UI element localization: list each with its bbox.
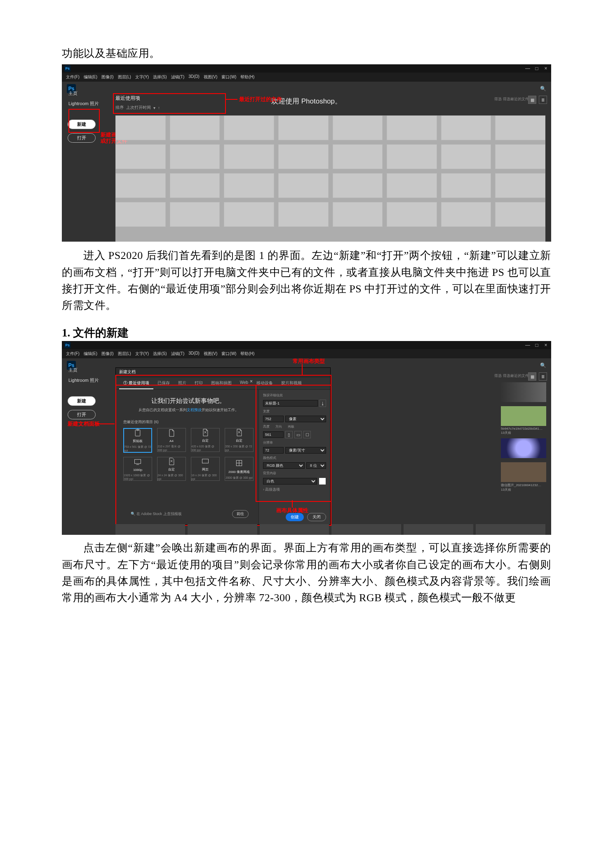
list-item[interactable] [387, 144, 437, 169]
menu-edit[interactable]: 编辑(E) [84, 74, 97, 80]
list-item[interactable]: 5b947c7e19d733d28d341… 13天前 [501, 406, 546, 435]
menu-image[interactable]: 图像(I) [101, 351, 113, 357]
tab-art[interactable]: 图稿和插图 [207, 378, 236, 389]
window-controls[interactable]: — □ × [525, 342, 549, 348]
menu-file[interactable]: 文件(F) [66, 74, 80, 80]
list-item[interactable] [495, 144, 545, 169]
doc-name-input[interactable] [263, 400, 318, 407]
list-item[interactable] [278, 202, 329, 227]
menu-layer[interactable]: 图层(L) [118, 351, 131, 357]
list-item[interactable] [115, 202, 166, 227]
view-grid-icon[interactable]: ▦ [528, 96, 536, 104]
advanced-options-toggle[interactable]: › 高级选项 [263, 487, 326, 492]
list-item[interactable] [495, 115, 545, 140]
menu-filter[interactable]: 滤镜(T) [171, 351, 185, 357]
close-button[interactable]: 关闭 [307, 513, 326, 521]
menu-select[interactable]: 选择(S) [153, 351, 167, 357]
preset-item[interactable]: 自定350 x 350 像素 @ 72 ppi [225, 428, 254, 452]
preset-item[interactable]: A4210 x 297 毫米 @ 300 ppi [157, 428, 186, 452]
stock-search[interactable]: 🔍 在 Adobe Stock 上查找模板 [131, 511, 182, 517]
open-button[interactable]: 打开 [68, 410, 96, 419]
menu-select[interactable]: 选择(S) [153, 74, 167, 80]
view-grid-icon[interactable]: ▦ [528, 372, 536, 381]
doc-preset-link[interactable]: 文档预设 [187, 408, 202, 412]
recent-thumbnails[interactable] [115, 115, 545, 242]
maximize-icon[interactable]: □ [534, 342, 540, 348]
bg-select[interactable]: 白色 [263, 478, 317, 485]
list-item[interactable] [278, 173, 329, 198]
dialog-tabs[interactable]: ① 最近使用项 已保存 照片 打印 图稿和插图 Web 移动设备 胶片和视频 [116, 378, 330, 390]
new-button[interactable]: 新建 [68, 396, 96, 406]
search-icon[interactable] [540, 86, 546, 92]
menubar[interactable]: 文件(F) 编辑(E) 图像(I) 图层(L) 文字(Y) 选择(S) 滤镜(T… [62, 349, 551, 358]
menu-window[interactable]: 窗口(W) [221, 74, 236, 80]
chevron-down-icon[interactable]: ▾ [153, 106, 155, 110]
width-input[interactable] [263, 416, 284, 422]
preset-item[interactable]: 1080p1920 x 1080 像素 @ 300 ppi [123, 457, 152, 481]
view-list-icon[interactable]: ≣ [539, 372, 547, 381]
recent-sort[interactable]: 排序 上次打开时间 ▾ ↑ [115, 105, 160, 111]
resolution-unit-select[interactable]: 像素/英寸 [285, 447, 326, 454]
sort-dir-icon[interactable]: ↑ [158, 106, 160, 110]
menu-window[interactable]: 窗口(W) [221, 351, 236, 357]
list-item[interactable] [441, 144, 491, 169]
menu-view[interactable]: 视图(V) [204, 351, 217, 357]
minimize-icon[interactable]: — [525, 342, 531, 348]
preset-item[interactable]: 自定420 x 620 像素 @ 300 ppi [191, 428, 220, 452]
list-item[interactable] [278, 144, 329, 169]
bg-color-swatch[interactable] [319, 478, 326, 485]
window-controls[interactable]: — □ × [525, 66, 549, 71]
list-item[interactable] [224, 173, 274, 198]
sort-value[interactable]: 上次打开时间 [126, 105, 151, 111]
color-mode-select[interactable]: RGB 颜色 [263, 462, 305, 469]
resolution-input[interactable] [263, 447, 284, 454]
tab-film[interactable]: 胶片和视频 [277, 378, 306, 389]
tab-mobile[interactable]: 移动设备 [252, 378, 277, 389]
menu-file[interactable]: 文件(F) [66, 351, 80, 357]
list-item[interactable] [170, 202, 220, 227]
list-item[interactable] [333, 144, 383, 169]
dialog-close-icon[interactable]: × [250, 379, 253, 384]
tab-recent[interactable]: ① 最近使用项 [119, 378, 153, 389]
list-item[interactable] [501, 382, 546, 403]
list-item[interactable] [441, 173, 491, 198]
list-item[interactable] [333, 173, 383, 198]
menu-view[interactable]: 视图(V) [204, 74, 217, 80]
minimize-icon[interactable]: — [525, 66, 531, 71]
maximize-icon[interactable]: □ [534, 66, 540, 71]
tab-photo[interactable]: 照片 [174, 378, 190, 389]
sidebar-item-lightroom[interactable]: Lightroom 照片 [68, 99, 100, 108]
artboard-checkbox[interactable]: ☐ [303, 431, 311, 438]
list-item[interactable] [387, 115, 437, 140]
menu-help[interactable]: 帮助(H) [240, 74, 254, 80]
list-item[interactable]: 微信图片_202106041232… 13天前 [501, 462, 546, 492]
go-button[interactable]: 前往 [232, 510, 249, 518]
preset-item[interactable]: 2000 像素网格2000 像素 @ 300 ppi [225, 457, 254, 481]
list-item[interactable] [224, 144, 274, 169]
sidebar-item-home[interactable]: 主页 [68, 366, 100, 374]
menu-3d[interactable]: 3D(D) [188, 74, 200, 80]
width-unit-select[interactable]: 像素 [285, 416, 326, 422]
sidebar-item-lightroom[interactable]: Lightroom 照片 [68, 376, 100, 385]
menu-edit[interactable]: 编辑(E) [84, 351, 97, 357]
list-item[interactable] [441, 115, 491, 140]
view-list-icon[interactable]: ≣ [539, 96, 547, 104]
list-item[interactable] [501, 438, 546, 459]
menu-image[interactable]: 图像(I) [101, 74, 113, 80]
new-button[interactable]: 新建 [68, 120, 96, 129]
create-button[interactable]: 创建 [286, 513, 304, 521]
menubar[interactable]: 文件(F) 编辑(E) 图像(I) 图层(L) 文字(Y) 选择(S) 滤镜(T… [62, 73, 551, 82]
list-item[interactable] [115, 144, 166, 169]
list-item[interactable] [224, 202, 274, 227]
menu-layer[interactable]: 图层(L) [118, 74, 131, 80]
height-input[interactable] [263, 431, 284, 438]
preset-item[interactable]: 剪贴板753 x 561 像素 @ 72 ppi [123, 428, 152, 453]
list-item[interactable] [115, 115, 166, 140]
preset-item[interactable]: 自定24 x 24 像素 @ 300 ppi [157, 457, 186, 481]
open-button[interactable]: 打开 [68, 133, 96, 143]
list-item[interactable] [333, 202, 383, 227]
list-item[interactable] [170, 144, 220, 169]
list-item[interactable] [115, 173, 166, 198]
list-item[interactable] [387, 202, 437, 227]
list-item[interactable] [495, 173, 545, 198]
